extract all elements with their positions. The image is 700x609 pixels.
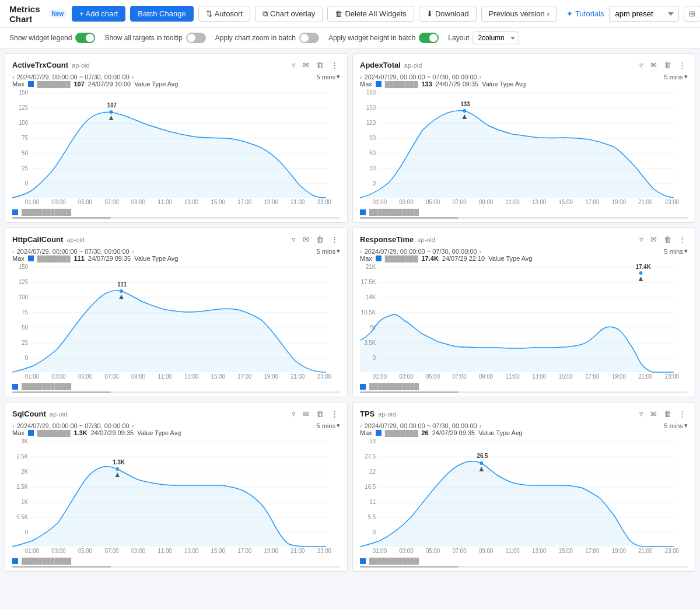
download-button[interactable]: ⬇ Download <box>419 6 477 22</box>
next-arrow-tps[interactable]: › <box>480 422 482 429</box>
more-icon-response-time[interactable]: ⋮ <box>677 234 688 245</box>
interval-badge-http-call-count[interactable]: 5 mins ▾ <box>317 247 340 255</box>
peak-dot-active-trx-count <box>110 110 113 114</box>
scrollbar-thumb-active-trx-count[interactable] <box>12 217 111 219</box>
batch-change-button[interactable]: Batch Change <box>130 6 193 22</box>
widget-height-toggle[interactable] <box>419 33 439 43</box>
y-label-http-call-count-3: 75 <box>22 309 28 316</box>
meta-value-type-active-trx-count: Value Type Avg <box>134 80 178 88</box>
y-label-sql-count-0: 3K <box>21 439 28 444</box>
email-icon-sql-count[interactable]: ✉ <box>301 408 311 419</box>
x-label-response-time-6: 13:00 <box>532 373 547 380</box>
chart-zoom-option: Apply chart zoom in batch <box>215 33 319 43</box>
chart-timerange-http-call-count: ‹ 2024/07/29, 00:00:00 ~ 07/30, 00:00:00… <box>12 247 340 255</box>
trash-icon-sql-count[interactable]: 🗑 <box>314 408 326 419</box>
filter-icon-active-trx-count[interactable]: ▿ <box>290 60 298 71</box>
prev-arrow-active-trx-count[interactable]: ‹ <box>12 74 15 80</box>
meta-max-value-apdex-total: 133 <box>421 80 432 88</box>
filter-icon-response-time[interactable]: ▿ <box>638 234 645 245</box>
scrollbar-active-trx-count[interactable] <box>12 217 340 219</box>
more-icon-http-call-count[interactable]: ⋮ <box>329 234 340 245</box>
x-label-response-time-5: 11:00 <box>506 373 520 380</box>
scrollbar-tps[interactable] <box>360 566 688 568</box>
filter-icon-tps[interactable]: ▿ <box>638 408 645 419</box>
peak-dot-apdex-total <box>463 109 466 113</box>
grid-view-button[interactable]: ⊞ <box>684 6 700 22</box>
autosort-button[interactable]: ⇅ Autosort <box>198 6 250 22</box>
preset-select[interactable]: apm preset <box>609 6 679 22</box>
y-label-response-time-1: 17.5K <box>361 279 376 285</box>
scrollbar-response-time[interactable] <box>360 391 688 393</box>
next-arrow-response-time[interactable]: › <box>480 248 482 255</box>
interval-badge-tps[interactable]: 5 mins ▾ <box>664 422 688 429</box>
layout-select[interactable]: 2column <box>473 32 519 44</box>
all-targets-toggle[interactable] <box>186 33 206 43</box>
trash-icon-tps[interactable]: 🗑 <box>662 408 673 419</box>
email-icon-http-call-count[interactable]: ✉ <box>301 234 311 245</box>
trash-icon-response-time[interactable]: 🗑 <box>662 234 673 245</box>
chart-meta-http-call-count: Max ████████ 111 24/07/29 09:35 Value Ty… <box>12 255 340 262</box>
x-label-sql-count-10: 21:00 <box>290 548 305 554</box>
x-label-http-call-count-3: 07:00 <box>104 373 119 380</box>
interval-badge-active-trx-count[interactable]: 5 mins ▾ <box>317 73 340 80</box>
scrollbar-thumb-http-call-count[interactable] <box>12 391 111 393</box>
chart-overlay-button[interactable]: ⧉ Chart overlay <box>255 6 323 22</box>
scrollbar-thumb-tps[interactable] <box>360 566 459 568</box>
legend-text-active-trx-count: ████████████ <box>22 209 71 215</box>
peak-dot-sql-count <box>116 467 119 471</box>
prev-arrow-tps[interactable]: ‹ <box>360 422 362 429</box>
prev-arrow-http-call-count[interactable]: ‹ <box>12 248 15 255</box>
scrollbar-sql-count[interactable] <box>12 566 340 568</box>
prev-arrow-response-time[interactable]: ‹ <box>360 248 362 255</box>
previous-version-button[interactable]: Previous version › <box>481 6 557 22</box>
scrollbar-http-call-count[interactable] <box>12 391 340 393</box>
more-icon-tps[interactable]: ⋮ <box>677 408 688 419</box>
y-label-active-trx-count-5: 25 <box>22 165 28 172</box>
email-icon-response-time[interactable]: ✉ <box>649 234 659 245</box>
trash-icon-apdex-total[interactable]: 🗑 <box>662 60 673 71</box>
chart-zoom-toggle[interactable] <box>299 33 319 43</box>
scrollbar-thumb-apdex-total[interactable] <box>360 217 459 219</box>
trash-icon-active-trx-count[interactable]: 🗑 <box>314 60 326 71</box>
more-icon-apdex-total[interactable]: ⋮ <box>677 60 688 71</box>
x-label-active-trx-count-7: 15:00 <box>211 199 226 205</box>
interval-badge-apdex-total[interactable]: 5 mins ▾ <box>664 73 688 80</box>
autosort-icon: ⇅ <box>206 9 212 18</box>
chart-title-active-trx-count: ActiveTrxCount <box>12 61 68 69</box>
meta-color-sql-count <box>28 430 34 436</box>
next-arrow-apdex-total[interactable]: › <box>480 74 482 80</box>
scrollbar-apdex-total[interactable] <box>360 217 688 219</box>
x-label-http-call-count-7: 15:00 <box>211 373 226 380</box>
delete-all-button[interactable]: 🗑 Delete All Widgets <box>327 6 414 22</box>
prev-arrow-apdex-total[interactable]: ‹ <box>360 74 362 80</box>
filter-icon-http-call-count[interactable]: ▿ <box>290 234 298 245</box>
interval-badge-sql-count[interactable]: 5 mins ▾ <box>317 422 340 429</box>
tutorials-link[interactable]: ✦ Tutorials <box>566 9 604 18</box>
meta-max-value-sql-count: 1.3K <box>74 429 87 436</box>
next-arrow-http-call-count[interactable]: › <box>132 248 134 255</box>
x-label-http-call-count-6: 13:00 <box>184 373 199 380</box>
more-icon-sql-count[interactable]: ⋮ <box>329 408 340 419</box>
add-chart-button[interactable]: + Add chart <box>72 6 125 22</box>
filter-icon-apdex-total[interactable]: ▿ <box>638 60 645 71</box>
next-arrow-sql-count[interactable]: › <box>132 422 134 429</box>
peak-label-response-time: 17.4K <box>636 264 651 270</box>
x-label-tps-11: 23:00 <box>665 548 680 554</box>
legend-color-swatch-sql-count <box>12 558 18 564</box>
next-arrow-active-trx-count[interactable]: › <box>132 74 134 80</box>
scrollbar-thumb-response-time[interactable] <box>360 391 459 393</box>
prev-arrow-sql-count[interactable]: ‹ <box>12 422 15 429</box>
trash-icon-http-call-count[interactable]: 🗑 <box>314 234 326 245</box>
email-icon-tps[interactable]: ✉ <box>649 408 659 419</box>
x-label-response-time-10: 21:00 <box>638 373 653 380</box>
chart-timerange-apdex-total: ‹ 2024/07/29, 00:00:00 ~ 07/30, 00:00:00… <box>360 73 688 80</box>
more-icon-active-trx-count[interactable]: ⋮ <box>329 60 340 71</box>
scrollbar-thumb-sql-count[interactable] <box>12 566 111 568</box>
interval-badge-response-time[interactable]: 5 mins ▾ <box>664 247 688 255</box>
x-label-active-trx-count-11: 23:00 <box>317 199 332 205</box>
widget-legend-toggle[interactable] <box>75 33 95 43</box>
email-icon-apdex-total[interactable]: ✉ <box>649 60 659 71</box>
meta-color-active-trx-count <box>28 81 34 87</box>
filter-icon-sql-count[interactable]: ▿ <box>290 408 298 419</box>
email-icon-active-trx-count[interactable]: ✉ <box>301 60 311 71</box>
